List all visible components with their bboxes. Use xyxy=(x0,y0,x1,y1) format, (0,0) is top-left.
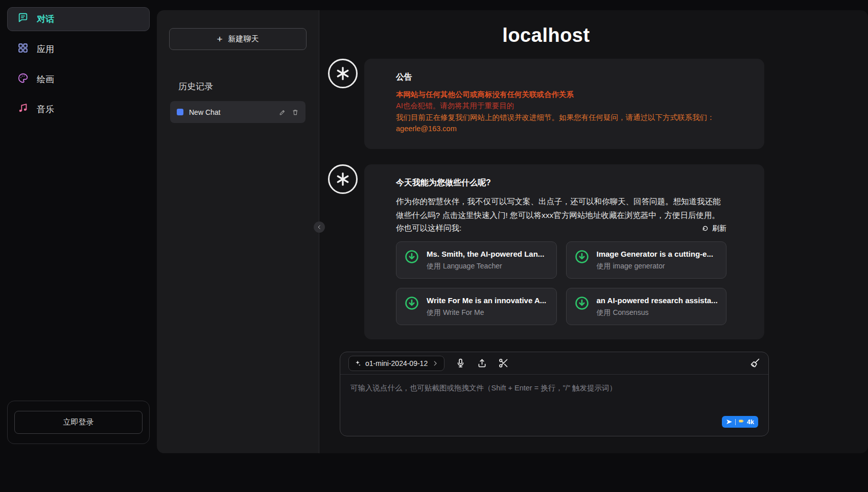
sidebar-item-label: 对话 xyxy=(37,13,54,25)
new-chat-label: 新建聊天 xyxy=(228,34,259,44)
download-circle-icon xyxy=(404,249,420,265)
refresh-suggestions-button[interactable]: 刷新 xyxy=(701,224,726,233)
chat-content: localhost 公告 本网站与任何其他公司或商标没有任何关联或合作关系 AI… xyxy=(328,24,764,339)
openai-logo-icon xyxy=(334,65,351,82)
login-panel: 立即登录 xyxy=(7,401,150,444)
edit-icon[interactable] xyxy=(279,109,286,116)
upload-icon xyxy=(477,358,487,368)
suggestion-card[interactable]: Ms. Smith, the AI-powered Lan... 使用 Lang… xyxy=(396,241,557,279)
scissors-button[interactable] xyxy=(498,358,509,368)
sidebar-item-drawing[interactable]: 绘画 xyxy=(7,67,150,91)
download-circle-icon xyxy=(574,249,590,265)
message-announcement: 公告 本网站与任何其他公司或商标没有任何关联或合作关系 AI也会犯错。请勿将其用… xyxy=(328,59,764,149)
assistant-avatar xyxy=(328,59,358,88)
chat-item-actions xyxy=(279,109,299,116)
main-panel: localhost 公告 本网站与任何其他公司或商标没有任何关联或合作关系 AI… xyxy=(319,10,868,453)
assistant-avatar xyxy=(328,164,358,194)
collapse-sidebar-button[interactable] xyxy=(314,222,325,233)
sidebar-item-label: 应用 xyxy=(37,43,54,55)
hint-text: 你也可以这样问我: xyxy=(396,223,461,234)
suggestion-subtitle: 使用 image generator xyxy=(597,262,713,271)
workspace: + 新建聊天 历史记录 New Chat localhost xyxy=(157,10,868,453)
sidebar: 对话 应用 绘画 音乐 立即登录 xyxy=(0,0,157,492)
message-input-wrap: 4k xyxy=(340,375,768,436)
chevron-right-icon xyxy=(432,360,439,367)
suggestion-grid: Ms. Smith, the AI-powered Lan... 使用 Lang… xyxy=(396,241,726,325)
token-count: 4k xyxy=(747,419,754,426)
message-welcome: 今天我能为您做些什么呢? 作为你的智慧伙伴，我不仅可以写文案、出点子，还可以和你… xyxy=(328,164,764,339)
history-title: 历史记录 xyxy=(178,81,319,92)
music-note-icon xyxy=(17,103,29,116)
hint-row: 你也可以这样问我: 刷新 xyxy=(396,223,726,234)
mic-icon xyxy=(455,358,466,368)
page-title: localhost xyxy=(328,24,764,46)
delete-icon[interactable] xyxy=(292,109,299,116)
blue-square-icon xyxy=(177,109,183,115)
suggestion-title: an AI-powered research assista... xyxy=(597,296,718,305)
sparkle-icon xyxy=(354,360,361,367)
sidebar-item-chat[interactable]: 对话 xyxy=(7,7,150,31)
model-selector[interactable]: o1-mini-2024-09-12 xyxy=(348,356,444,371)
broom-icon xyxy=(749,358,760,368)
badge-divider xyxy=(735,419,736,425)
scissors-icon xyxy=(498,358,509,368)
new-chat-button[interactable]: + 新建聊天 xyxy=(169,28,307,50)
send-button[interactable]: 4k xyxy=(722,416,758,428)
chat-item-title: New Chat xyxy=(189,108,273,116)
announcement-title: 公告 xyxy=(396,72,726,83)
composer-toolbar: o1-mini-2024-09-12 xyxy=(340,352,768,375)
suggestion-card[interactable]: Image Generator is a cutting-e... 使用 ima… xyxy=(566,241,727,279)
download-circle-icon xyxy=(574,295,590,311)
sidebar-item-label: 音乐 xyxy=(37,104,54,115)
model-name: o1-mini-2024-09-12 xyxy=(365,359,428,367)
chat-list-item[interactable]: New Chat xyxy=(170,101,306,123)
suggestion-title: Ms. Smith, the AI-powered Lan... xyxy=(427,250,544,258)
welcome-body: 作为你的智慧伙伴，我不仅可以写文案、出点子，还可以和你聊天、回答问题。想知道我还… xyxy=(396,194,726,222)
suggestion-card[interactable]: Write For Me is an innovative A... 使用 Wr… xyxy=(396,288,557,325)
announcement-line: AI也会犯错。请勿将其用于重要目的 xyxy=(396,100,726,111)
contact-email-link[interactable]: ageerle@163.com xyxy=(396,123,726,134)
announcement-bubble: 公告 本网站与任何其他公司或商标没有任何关联或合作关系 AI也会犯错。请勿将其用… xyxy=(364,59,764,149)
chat-scroll-area: localhost 公告 本网站与任何其他公司或商标没有任何关联或合作关系 AI… xyxy=(319,10,868,352)
suggestion-title: Write For Me is an innovative A... xyxy=(427,296,546,305)
announcement-line: 本网站与任何其他公司或商标没有任何关联或合作关系 xyxy=(396,89,726,100)
welcome-title: 今天我能为您做些什么呢? xyxy=(396,178,726,188)
download-circle-icon xyxy=(404,295,420,311)
battery-icon xyxy=(738,418,744,426)
app-window: 对话 应用 绘画 音乐 立即登录 xyxy=(0,0,868,492)
announcement-line: 我们目前正在修复我们网站上的错误并改进细节。如果您有任何疑问，请通过以下方式联系… xyxy=(396,112,726,123)
send-plane-icon xyxy=(726,419,733,425)
clear-context-button[interactable] xyxy=(749,358,760,368)
sidebar-item-label: 绘画 xyxy=(37,73,54,85)
sidebar-spacer xyxy=(7,121,150,401)
suggestion-subtitle: 使用 Consensus xyxy=(597,308,718,317)
suggestion-subtitle: 使用 Write For Me xyxy=(427,308,546,317)
refresh-icon xyxy=(701,225,709,232)
openai-logo-icon xyxy=(334,170,351,188)
sidebar-nav: 对话 应用 绘画 音乐 xyxy=(7,7,150,121)
refresh-label: 刷新 xyxy=(712,224,726,233)
suggestion-title: Image Generator is a cutting-e... xyxy=(597,250,713,258)
plus-icon: + xyxy=(217,34,222,44)
suggestion-card[interactable]: an AI-powered research assista... 使用 Con… xyxy=(566,288,727,325)
chevron-left-icon xyxy=(316,224,322,230)
login-button[interactable]: 立即登录 xyxy=(14,411,143,434)
welcome-bubble: 今天我能为您做些什么呢? 作为你的智慧伙伴，我不仅可以写文案、出点子，还可以和你… xyxy=(364,164,764,339)
chat-list-panel: + 新建聊天 历史记录 New Chat xyxy=(157,10,319,453)
message-input[interactable] xyxy=(340,375,768,436)
sidebar-item-apps[interactable]: 应用 xyxy=(7,37,150,61)
mic-button[interactable] xyxy=(455,358,466,368)
suggestion-subtitle: 使用 Language Teacher xyxy=(427,262,544,271)
composer: o1-mini-2024-09-12 xyxy=(340,352,769,436)
upload-button[interactable] xyxy=(477,358,487,368)
apps-grid-icon xyxy=(17,42,29,56)
sidebar-item-music[interactable]: 音乐 xyxy=(7,97,150,121)
chat-bubble-icon xyxy=(17,12,29,26)
palette-icon xyxy=(17,72,29,86)
